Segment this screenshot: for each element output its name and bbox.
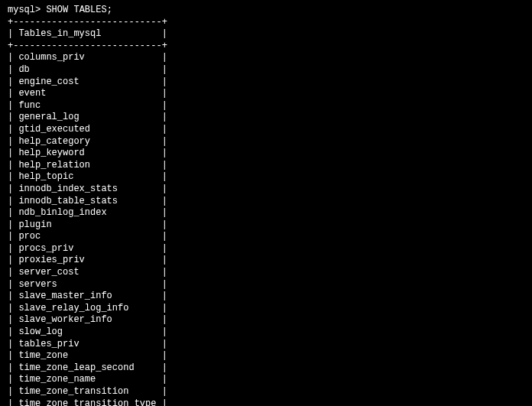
table-row: | time_zone_name | — [8, 374, 524, 386]
table-rows: | columns_priv || db || engine_cost || e… — [8, 52, 524, 406]
table-row: | time_zone | — [8, 350, 524, 362]
table-row: | slow_log | — [8, 326, 524, 339]
table-row: | gtid_executed | — [8, 124, 524, 136]
table-row: | engine_cost | — [8, 76, 524, 89]
table-row: | tables_priv | — [8, 339, 524, 351]
table-row: | servers | — [8, 279, 524, 291]
border-top: +---------------------------+ — [8, 17, 524, 29]
table-row: | help_relation | — [8, 160, 524, 172]
table-row: | help_keyword | — [8, 148, 524, 160]
table-row: | time_zone_transition_type | — [8, 398, 524, 406]
table-row: | help_topic | — [8, 171, 524, 184]
table-row: | procs_priv | — [8, 243, 524, 255]
table-row: | proc | — [8, 231, 524, 243]
table-row: | func | — [8, 100, 524, 112]
border-mid: +---------------------------+ — [8, 41, 524, 53]
table-row: | columns_priv | — [8, 52, 524, 64]
table-row: | time_zone_leap_second | — [8, 362, 524, 375]
table-row: | general_log | — [8, 112, 524, 124]
prompt: mysql> — [8, 5, 46, 15]
table-row: | help_category | — [8, 136, 524, 148]
table-row: | time_zone_transition | — [8, 386, 524, 398]
table-row: | proxies_priv | — [8, 255, 524, 267]
sql-command: SHOW TABLES; — [46, 5, 112, 15]
table-row: | server_cost | — [8, 267, 524, 279]
table-row: | slave_relay_log_info | — [8, 303, 524, 315]
header-row: | Tables_in_mysql | — [8, 28, 524, 41]
table-row: | plugin | — [8, 219, 524, 232]
table-row: | slave_worker_info | — [8, 314, 524, 326]
table-row: | ndb_binlog_index | — [8, 207, 524, 219]
table-row: | event | — [8, 88, 524, 100]
table-row: | db | — [8, 64, 524, 76]
table-row: | innodb_table_stats | — [8, 196, 524, 208]
command-line[interactable]: mysql> SHOW TABLES; — [8, 5, 524, 17]
table-row: | slave_master_info | — [8, 291, 524, 303]
table-row: | innodb_index_stats | — [8, 184, 524, 196]
